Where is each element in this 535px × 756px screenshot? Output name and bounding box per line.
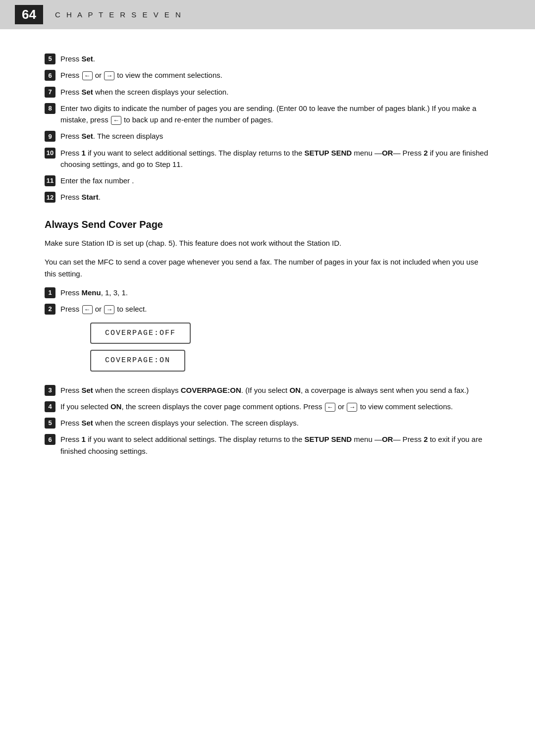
step-num-7: 7 bbox=[45, 87, 55, 98]
arrow-left-icon-b2: ← bbox=[82, 305, 93, 314]
step-text-8: Enter two digits to indicate the number … bbox=[60, 103, 490, 126]
bottom-step-text-4: If you selected ON, the screen displays … bbox=[60, 401, 490, 412]
bottom-step-text-6: Press 1 if you want to select additional… bbox=[60, 433, 490, 457]
steps-bottom: 1 Press Menu, 1, 3, 1. 2 Press ← or → to… bbox=[45, 287, 490, 457]
section-para-1: Make sure Station ID is set up (chap. 5)… bbox=[45, 237, 490, 249]
lcd-display-2: COVERPAGE:ON bbox=[90, 350, 185, 371]
arrow-right-icon-b2: → bbox=[104, 305, 114, 314]
bottom-step-text-2: Press ← or → to select. COVERPAGE:OFF CO… bbox=[60, 303, 490, 379]
step-text-5: Press Set. bbox=[60, 53, 490, 64]
arrow-left-icon-8: ← bbox=[111, 116, 121, 125]
step-num-9: 9 bbox=[45, 131, 55, 142]
main-content: 5 Press Set. 6 Press ← or → to view the … bbox=[0, 29, 535, 491]
step-9: 9 Press Set. The screen displays bbox=[45, 130, 490, 142]
bottom-step-2: 2 Press ← or → to select. COVERPAGE:OFF … bbox=[45, 303, 490, 379]
header-bar: 64 C H A P T E R S E V E N bbox=[0, 0, 535, 29]
bottom-step-num-4: 4 bbox=[45, 401, 55, 412]
step-text-12: Press Start. bbox=[60, 191, 490, 203]
section-heading: Always Send Cover Page bbox=[45, 219, 490, 230]
arrow-left-icon-b4: ← bbox=[325, 403, 335, 412]
chapter-title: C H A P T E R S E V E N bbox=[55, 10, 183, 19]
step-5: 5 Press Set. bbox=[45, 53, 490, 64]
step-10: 10 Press 1 if you want to select additio… bbox=[45, 147, 490, 170]
arrow-right-icon-b4: → bbox=[347, 403, 357, 412]
page-number: 64 bbox=[15, 5, 43, 24]
bottom-step-1: 1 Press Menu, 1, 3, 1. bbox=[45, 287, 490, 298]
step-text-7: Press Set when the screen displays your … bbox=[60, 86, 490, 98]
bottom-step-num-5: 5 bbox=[45, 418, 55, 429]
step-num-10: 10 bbox=[45, 148, 55, 159]
arrow-left-icon-6: ← bbox=[82, 71, 93, 80]
bottom-step-4: 4 If you selected ON, the screen display… bbox=[45, 401, 490, 412]
step-text-6: Press ← or → to view the comment selecti… bbox=[60, 69, 490, 81]
step-text-9: Press Set. The screen displays bbox=[60, 130, 490, 142]
bottom-step-num-2: 2 bbox=[45, 304, 55, 315]
step-8: 8 Enter two digits to indicate the numbe… bbox=[45, 103, 490, 126]
arrow-right-icon-6: → bbox=[104, 71, 114, 80]
lcd-display-1: COVERPAGE:OFF bbox=[90, 323, 191, 344]
section-para-2: You can set the MFC to send a cover page… bbox=[45, 256, 490, 280]
bottom-step-6: 6 Press 1 if you want to select addition… bbox=[45, 433, 490, 457]
step-7: 7 Press Set when the screen displays you… bbox=[45, 86, 490, 98]
bottom-step-text-3: Press Set when the screen displays COVER… bbox=[60, 384, 490, 396]
step-text-10: Press 1 if you want to select additional… bbox=[60, 147, 490, 170]
step-num-6: 6 bbox=[45, 70, 55, 81]
page: 64 C H A P T E R S E V E N 5 Press Set. … bbox=[0, 0, 535, 756]
step-6: 6 Press ← or → to view the comment selec… bbox=[45, 69, 490, 81]
bottom-step-text-1: Press Menu, 1, 3, 1. bbox=[60, 287, 490, 298]
step-12: 12 Press Start. bbox=[45, 191, 490, 203]
steps-top: 5 Press Set. 6 Press ← or → to view the … bbox=[45, 53, 490, 203]
bottom-step-num-3: 3 bbox=[45, 385, 55, 396]
step-num-8: 8 bbox=[45, 103, 55, 114]
step-num-12: 12 bbox=[45, 192, 55, 203]
step-num-11: 11 bbox=[45, 175, 55, 186]
bottom-step-3: 3 Press Set when the screen displays COV… bbox=[45, 384, 490, 396]
step-text-11: Enter the fax number . bbox=[60, 175, 490, 186]
bottom-step-5: 5 Press Set when the screen displays you… bbox=[45, 417, 490, 429]
bottom-step-num-6: 6 bbox=[45, 434, 55, 445]
step-num-5: 5 bbox=[45, 54, 55, 64]
step-11: 11 Enter the fax number . bbox=[45, 175, 490, 186]
lcd-container: COVERPAGE:OFF COVERPAGE:ON bbox=[60, 320, 490, 375]
bottom-step-num-1: 1 bbox=[45, 287, 55, 298]
bottom-step-text-5: Press Set when the screen displays your … bbox=[60, 417, 490, 429]
